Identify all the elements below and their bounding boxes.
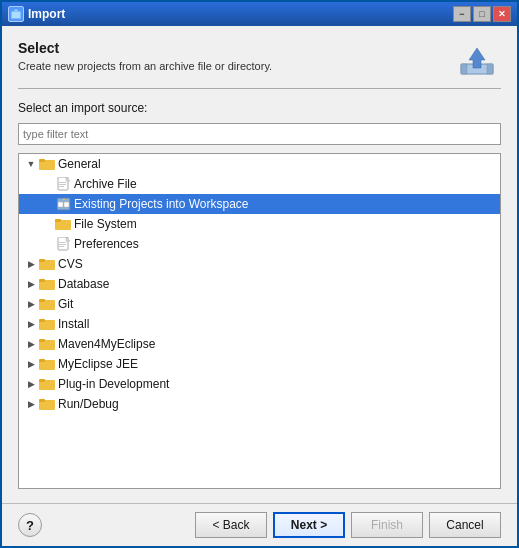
svg-rect-15 [58, 202, 63, 207]
svg-rect-0 [11, 11, 21, 19]
svg-rect-30 [39, 299, 45, 302]
tree-label-myeclipse: MyEclipse JEE [58, 357, 138, 371]
expand-plugin[interactable]: ▶ [23, 376, 39, 392]
header-section: Select Create new projects from an archi… [18, 40, 501, 89]
source-label: Select an import source: [18, 101, 501, 115]
svg-marker-1 [14, 9, 18, 11]
expand-myeclipse[interactable]: ▶ [23, 356, 39, 372]
tree-label-cvs: CVS [58, 257, 83, 271]
content-area: Select Create new projects from an archi… [2, 26, 517, 503]
maximize-button[interactable]: □ [473, 6, 491, 22]
tree-container[interactable]: ▼ General ▶ Archive File [18, 153, 501, 489]
svg-rect-4 [487, 64, 493, 74]
svg-rect-13 [59, 186, 64, 187]
help-button[interactable]: ? [18, 513, 42, 537]
folder-icon-install [39, 317, 55, 331]
tree-label-plugin: Plug-in Development [58, 377, 169, 391]
tree-label-file-system: File System [74, 217, 137, 231]
filter-input[interactable] [18, 123, 501, 145]
import-icon [457, 42, 497, 78]
svg-rect-38 [39, 379, 45, 382]
tree-label-install: Install [58, 317, 89, 331]
expand-git[interactable]: ▶ [23, 296, 39, 312]
file-icon-existing [57, 197, 71, 211]
svg-rect-23 [59, 244, 66, 245]
svg-rect-32 [39, 319, 45, 322]
tree-label-preferences: Preferences [74, 237, 139, 251]
folder-icon-general [39, 157, 55, 171]
window-title: Import [28, 7, 453, 21]
folder-icon-myeclipse [39, 357, 55, 371]
folder-icon-database [39, 277, 55, 291]
expand-archive: ▶ [39, 176, 55, 192]
expand-database[interactable]: ▶ [23, 276, 39, 292]
tree-item-existing-projects[interactable]: ▶ Existing Projects into Workspace [19, 194, 500, 214]
tree-label-database: Database [58, 277, 109, 291]
svg-rect-11 [59, 182, 66, 183]
dialog-title: Select [18, 40, 272, 56]
header-text: Select Create new projects from an archi… [18, 40, 272, 72]
folder-icon-git [39, 297, 55, 311]
cancel-button[interactable]: Cancel [429, 512, 501, 538]
tree-label-run: Run/Debug [58, 397, 119, 411]
svg-rect-26 [39, 259, 45, 262]
next-button[interactable]: Next > [273, 512, 345, 538]
expand-preferences: ▶ [39, 236, 55, 252]
window-controls: − □ ✕ [453, 6, 511, 22]
tree-item-database[interactable]: ▶ Database [19, 274, 500, 294]
folder-icon-plugin [39, 377, 55, 391]
header-icon [453, 40, 501, 80]
tree-item-general[interactable]: ▼ General [19, 154, 500, 174]
svg-rect-40 [39, 399, 45, 402]
back-button[interactable]: < Back [195, 512, 267, 538]
title-bar: Import − □ ✕ [2, 2, 517, 26]
folder-icon-filesystem [55, 217, 71, 231]
folder-icon-maven [39, 337, 55, 351]
svg-rect-36 [39, 359, 45, 362]
svg-rect-28 [39, 279, 45, 282]
tree-label-general: General [58, 157, 101, 171]
tree-item-archive-file[interactable]: ▶ Archive File [19, 174, 500, 194]
tree-item-run-debug[interactable]: ▶ Run/Debug [19, 394, 500, 414]
minimize-button[interactable]: − [453, 6, 471, 22]
expand-maven[interactable]: ▶ [23, 336, 39, 352]
footer-right: < Back Next > Finish Cancel [195, 512, 501, 538]
tree-label-archive-file: Archive File [74, 177, 137, 191]
tree-item-git[interactable]: ▶ Git [19, 294, 500, 314]
folder-icon-run [39, 397, 55, 411]
tree-item-preferences[interactable]: ▶ Preferences [19, 234, 500, 254]
close-button[interactable]: ✕ [493, 6, 511, 22]
file-icon-archive [57, 177, 71, 191]
svg-rect-12 [59, 184, 66, 185]
finish-button[interactable]: Finish [351, 512, 423, 538]
expand-general[interactable]: ▼ [23, 156, 39, 172]
window-icon [8, 6, 24, 22]
footer-left: ? [18, 513, 42, 537]
svg-rect-19 [55, 219, 61, 222]
expand-existing: ▶ [39, 196, 55, 212]
svg-rect-8 [39, 159, 45, 162]
import-dialog: Import − □ ✕ Select Create new projects … [0, 0, 519, 548]
dialog-description: Create new projects from an archive file… [18, 60, 272, 72]
tree-label-maven: Maven4MyEclipse [58, 337, 155, 351]
tree-label-existing-projects: Existing Projects into Workspace [74, 197, 249, 211]
expand-cvs[interactable]: ▶ [23, 256, 39, 272]
folder-icon-cvs [39, 257, 55, 271]
file-icon-preferences [57, 237, 71, 251]
svg-rect-22 [59, 242, 66, 243]
svg-rect-3 [461, 64, 467, 74]
tree-item-cvs[interactable]: ▶ CVS [19, 254, 500, 274]
svg-rect-34 [39, 339, 45, 342]
tree-item-maven4myeclipse[interactable]: ▶ Maven4MyEclipse [19, 334, 500, 354]
tree-item-file-system[interactable]: ▶ File System [19, 214, 500, 234]
expand-filesystem: ▶ [39, 216, 55, 232]
tree-item-myeclipse-jee[interactable]: ▶ MyEclipse JEE [19, 354, 500, 374]
svg-rect-24 [59, 246, 64, 247]
svg-rect-16 [64, 202, 69, 207]
expand-run[interactable]: ▶ [23, 396, 39, 412]
tree-item-install[interactable]: ▶ Install [19, 314, 500, 334]
footer: ? < Back Next > Finish Cancel [2, 504, 517, 546]
tree-label-git: Git [58, 297, 73, 311]
tree-item-plugin-development[interactable]: ▶ Plug-in Development [19, 374, 500, 394]
expand-install[interactable]: ▶ [23, 316, 39, 332]
